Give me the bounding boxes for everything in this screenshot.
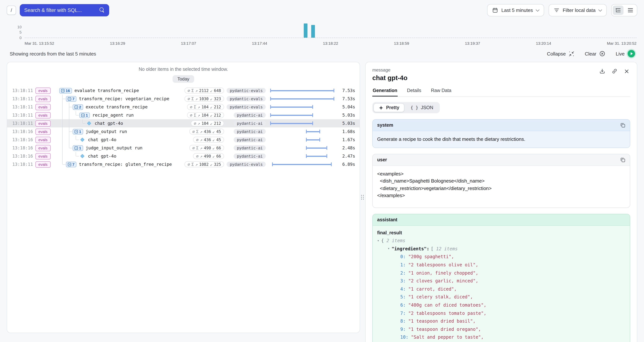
child-span-count: 16 (66, 88, 70, 93)
user-message-card: user <examples> <dish_name>Spaghetti Bol… (372, 154, 630, 208)
duration-text: 5.03s (334, 121, 355, 126)
x-axis-tick: 13:16:29 (110, 41, 125, 46)
tree-view-button[interactable] (613, 6, 624, 15)
copy-link-icon[interactable] (612, 68, 618, 74)
token-circle-icon: ∅ (188, 162, 190, 166)
tree-guide (73, 111, 80, 119)
assistant-role-label: assistant (377, 217, 397, 222)
json-array-index: 4: (400, 286, 406, 292)
trace-row-tree: 1judge_input_output run (59, 144, 172, 152)
output-tokens-arrow-icon: ↙ (210, 96, 212, 101)
input-tokens-arrow-icon: ↗ (198, 113, 200, 117)
token-circle-icon: ∅ (190, 105, 192, 109)
collapse-toggle[interactable]: 7 (66, 162, 76, 167)
output-tokens-value: 212 (214, 105, 221, 109)
slash-shortcut-key[interactable]: / (7, 6, 16, 15)
trace-row-time: 13:18:16 (12, 129, 36, 134)
output-tokens-value: 45 (216, 129, 221, 134)
trace-row-tree: 2execute transform_recipe (59, 103, 172, 111)
collapse-toggle[interactable]: 1 (73, 129, 83, 134)
collapse-toggle[interactable]: 7 (66, 96, 76, 102)
pretty-toggle-button[interactable]: Pretty (374, 103, 404, 112)
token-circle-icon: ∅ (196, 154, 199, 158)
close-icon[interactable] (624, 68, 630, 74)
json-array-count: 12 items (436, 246, 458, 252)
filter-local-data-button[interactable]: Filter local data (548, 4, 607, 16)
json-string-value: "1 onion, finely chopped", (408, 270, 478, 276)
flat-list-icon (628, 8, 633, 12)
output-tokens-arrow-icon: ↙ (210, 162, 212, 166)
token-circle-icon: ∅ (188, 96, 190, 101)
live-button[interactable]: Live (616, 50, 635, 57)
trace-row[interactable]: 13:18:11evalschat gpt-4o∅↗104↙212pydanti… (7, 119, 360, 128)
trace-row-tree: chat gpt-4o (59, 136, 172, 144)
json-key: "ingredients": (392, 246, 429, 252)
tab-generation[interactable]: Generation (372, 88, 398, 96)
duration-bar (270, 105, 334, 109)
output-tokens-value: 66 (216, 146, 221, 150)
clear-button[interactable]: Clear (585, 51, 605, 57)
histogram-bar[interactable] (312, 25, 315, 38)
collapse-toggle[interactable]: 16 (59, 88, 72, 93)
collapse-toggle[interactable]: 1 (80, 112, 90, 118)
trace-row[interactable]: 13:18:16evals1judge_output run∅Σ↗436↙45p… (7, 128, 360, 136)
trace-row[interactable]: 13:18:11evals2execute transform_recipe∅Σ… (7, 103, 360, 111)
tree-guide (73, 152, 80, 160)
trace-row[interactable]: 13:18:11evals16evaluate transform_recipe… (7, 86, 360, 95)
trace-row[interactable]: 13:18:16evalschat gpt-4o∅↗490↙66pydantic… (7, 152, 360, 160)
trace-row[interactable]: 13:18:16evals1judge_input_output run∅Σ↗4… (7, 144, 360, 152)
package-badge: pydantic-evals (227, 162, 266, 167)
today-pill[interactable]: Today (172, 75, 194, 83)
flat-list-view-button[interactable] (625, 6, 636, 15)
collapse-button[interactable]: Collapse (547, 51, 574, 56)
token-usage-badge: ∅Σ↗490↙66 (189, 145, 224, 151)
pretty-label: Pretty (386, 105, 399, 110)
no-older-items-text: No older items in the selected time wind… (7, 62, 360, 72)
json-array-index: 9: (400, 327, 406, 332)
trace-row-time: 13:18:11 (12, 112, 36, 118)
tree-guide (59, 103, 66, 111)
trace-row[interactable]: 13:18:11evals7transform_recipe: gluten_f… (7, 160, 360, 168)
json-toggle-button[interactable]: { } JSON (405, 103, 438, 112)
tree-guide (59, 160, 66, 168)
tree-guide (80, 119, 86, 128)
tab-raw-data[interactable]: Raw Data (430, 88, 452, 96)
topbar-right-controls: Last 5 minutes Filter local data (487, 4, 637, 16)
view-mode-toggle (611, 4, 637, 16)
trace-row[interactable]: 13:18:11evals1recipe_agent run∅Σ↗104↙212… (7, 111, 360, 119)
collapse-toggle[interactable]: 2 (73, 104, 83, 110)
search-button[interactable]: Search & filter with SQL... (20, 4, 109, 16)
time-range-button[interactable]: Last 5 minutes (487, 4, 544, 16)
panel-splitter[interactable] (360, 62, 365, 333)
copy-icon[interactable] (620, 157, 625, 162)
evals-tag-badge: evals (36, 120, 50, 126)
system-role-label: system (377, 122, 393, 128)
trace-row[interactable]: 13:18:11evals7transform_recipe: vegetari… (7, 95, 360, 103)
caret-down-icon[interactable]: ▾ (377, 237, 379, 244)
splitter-grip-icon (361, 195, 364, 200)
export-icon[interactable] (599, 68, 605, 74)
details-header-actions (599, 68, 630, 74)
child-span-count: 2 (79, 105, 81, 109)
system-message-body: Generate a recipe to cook the dish that … (373, 131, 630, 147)
clear-label: Clear (585, 51, 596, 56)
caret-down-icon[interactable]: ▾ (388, 245, 390, 252)
span-name: judge_input_output run (86, 145, 142, 150)
package-badge: pydantic-ai (234, 154, 266, 159)
trace-row-tree: chat gpt-4o (59, 152, 172, 160)
span-name: transform_recipe: gluten_free_recipe (79, 162, 172, 167)
token-usage-badge: ∅↗104↙212 (191, 120, 224, 126)
collapse-toggle[interactable]: 1 (73, 145, 83, 151)
copy-icon[interactable] (620, 122, 625, 128)
input-tokens-arrow-icon: ↗ (195, 88, 198, 93)
child-span-count: 1 (79, 146, 81, 150)
tab-details[interactable]: Details (406, 88, 422, 96)
json-array-item: 0:"200g spaghetti", (377, 253, 625, 261)
trace-list: 13:18:11evals16evaluate transform_recipe… (7, 86, 360, 168)
trace-row[interactable]: 13:18:16evalschat gpt-4o∅↗436↙45pydantic… (7, 136, 360, 144)
histogram-bar[interactable] (304, 24, 308, 38)
tree-guide (66, 111, 73, 119)
status-actions: Collapse Clear Live (547, 50, 635, 57)
output-tokens-value: 325 (214, 162, 221, 166)
output-tokens-arrow-icon: ↙ (210, 113, 212, 117)
